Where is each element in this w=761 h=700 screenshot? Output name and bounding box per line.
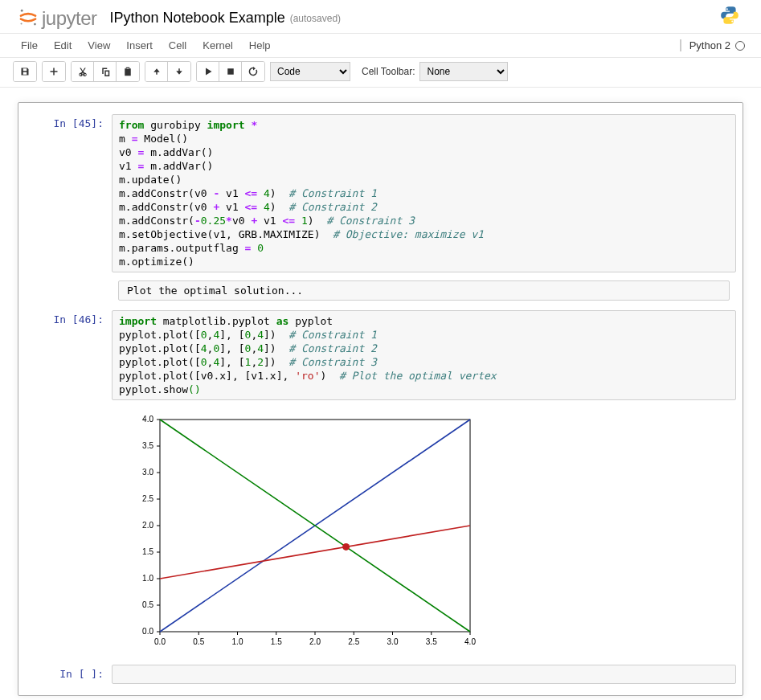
output-prompt — [25, 277, 112, 304]
jupyter-logo-icon — [18, 6, 39, 30]
svg-text:3.0: 3.0 — [142, 468, 153, 477]
jupyter-logo[interactable]: jupyter — [18, 6, 97, 30]
code-cell-46[interactable]: In [46]: import matplotlib.pyplot as pyp… — [25, 310, 736, 400]
svg-point-0 — [21, 10, 23, 12]
menu-file[interactable]: File — [13, 36, 46, 55]
notebook-title[interactable]: IPython Notebook Example — [110, 10, 285, 27]
output-cell-45: Plot the optimal solution... — [25, 277, 736, 304]
menu-cell[interactable]: Cell — [161, 36, 194, 55]
output-prompt — [25, 405, 112, 658]
svg-text:3.5: 3.5 — [426, 637, 437, 646]
svg-point-2 — [21, 23, 23, 24]
svg-text:1.5: 1.5 — [142, 547, 153, 556]
input-prompt: In [46]: — [25, 310, 112, 400]
restart-button[interactable] — [242, 62, 264, 81]
interrupt-button[interactable] — [219, 62, 242, 81]
menu-kernel[interactable]: Kernel — [194, 36, 241, 55]
notebook-page: jupyter IPython Notebook Example (autosa… — [0, 0, 761, 696]
output-cell-46: 0.00.51.01.52.02.53.03.54.00.00.51.01.52… — [25, 405, 736, 658]
python-logo-icon — [719, 5, 740, 28]
svg-text:1.0: 1.0 — [142, 574, 153, 583]
menu-help[interactable]: Help — [241, 36, 279, 55]
code-input[interactable]: from gurobipy import * m = Model() v0 = … — [112, 114, 736, 272]
svg-text:3.5: 3.5 — [142, 441, 153, 450]
input-prompt: In [45]: — [25, 114, 112, 272]
svg-text:1.5: 1.5 — [271, 637, 282, 646]
notebook-container: In [45]: from gurobipy import * m = Mode… — [18, 102, 743, 696]
menubar: FileEditViewInsertCellKernelHelp Python … — [0, 34, 761, 58]
svg-point-41 — [342, 543, 350, 551]
menu-insert[interactable]: Insert — [118, 36, 161, 55]
menu-view[interactable]: View — [80, 36, 118, 55]
cell-toolbar-select[interactable]: None — [419, 62, 508, 81]
svg-text:0.0: 0.0 — [154, 637, 166, 646]
svg-text:1.0: 1.0 — [232, 637, 243, 646]
svg-text:0.5: 0.5 — [193, 637, 204, 646]
kernel-indicator[interactable]: Python 2 — [680, 39, 745, 51]
toolbar: Code Cell Toolbar: None — [0, 58, 761, 88]
svg-rect-3 — [227, 68, 234, 75]
svg-text:0.0: 0.0 — [142, 627, 153, 636]
svg-text:3.0: 3.0 — [387, 637, 399, 646]
code-input[interactable]: import matplotlib.pyplot as pyplot pyplo… — [112, 310, 736, 400]
svg-text:2.0: 2.0 — [142, 521, 153, 530]
cell-type-select[interactable]: Code — [270, 62, 350, 81]
matplotlib-chart: 0.00.51.01.52.02.53.03.54.00.00.51.01.52… — [118, 411, 480, 653]
move-down-button[interactable] — [168, 62, 190, 81]
stdout-text: Plot the optimal solution... — [118, 280, 730, 301]
code-input[interactable] — [112, 665, 736, 684]
cell-toolbar-label: Cell Toolbar: — [362, 66, 415, 77]
kernel-idle-icon — [735, 41, 745, 51]
code-cell-empty[interactable]: In [ ]: — [25, 665, 736, 684]
paste-button[interactable] — [117, 62, 139, 81]
cut-button[interactable] — [72, 62, 94, 81]
copy-button[interactable] — [94, 62, 117, 81]
svg-text:2.0: 2.0 — [309, 637, 321, 646]
code-cell-45[interactable]: In [45]: from gurobipy import * m = Mode… — [25, 114, 736, 272]
run-button[interactable] — [197, 62, 219, 81]
svg-text:2.5: 2.5 — [142, 494, 153, 503]
kernel-name: Python 2 — [689, 39, 730, 51]
autosave-status: (autosaved) — [290, 13, 341, 24]
save-button[interactable] — [14, 62, 36, 81]
input-prompt: In [ ]: — [25, 665, 112, 684]
menu-edit[interactable]: Edit — [46, 36, 80, 55]
svg-text:4.0: 4.0 — [464, 637, 476, 646]
svg-text:2.5: 2.5 — [348, 637, 359, 646]
insert-cell-button[interactable] — [43, 62, 65, 81]
jupyter-logo-text: jupyter — [42, 7, 97, 30]
svg-point-1 — [34, 23, 36, 26]
svg-text:4.0: 4.0 — [142, 415, 153, 424]
move-up-button[interactable] — [145, 62, 168, 81]
header: jupyter IPython Notebook Example (autosa… — [0, 0, 761, 34]
svg-text:0.5: 0.5 — [142, 600, 153, 609]
